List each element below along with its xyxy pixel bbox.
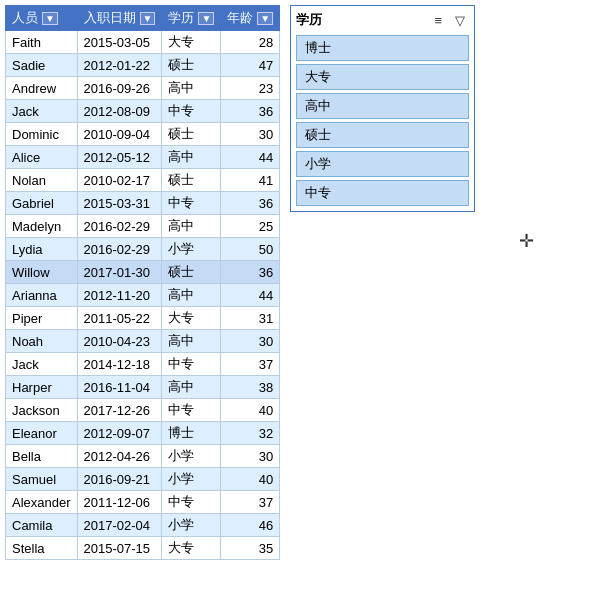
filter-item-硕士[interactable]: 硕士 (296, 122, 469, 148)
header-age: 年龄▼ (221, 6, 280, 31)
table-row[interactable]: Sadie2012-01-22硕士47 (6, 54, 280, 77)
cell-name: Gabriel (6, 192, 78, 215)
cell-edu: 高中 (162, 330, 221, 353)
cell-age: 37 (221, 491, 280, 514)
cell-name: Samuel (6, 468, 78, 491)
cell-edu: 中专 (162, 399, 221, 422)
cell-name: Lydia (6, 238, 78, 261)
dropdown-arrow-date[interactable]: ▼ (140, 12, 156, 25)
cell-date: 2011-05-22 (77, 307, 162, 330)
cell-name: Noah (6, 330, 78, 353)
table-row[interactable]: Willow2017-01-30硕士36 (6, 261, 280, 284)
table-row[interactable]: Dominic2010-09-04硕士30 (6, 123, 280, 146)
cell-age: 50 (221, 238, 280, 261)
sort-icon[interactable]: ≡ (429, 11, 447, 29)
cell-date: 2016-02-29 (77, 215, 162, 238)
cell-name: Harper (6, 376, 78, 399)
cell-date: 2015-03-31 (77, 192, 162, 215)
cell-date: 2012-01-22 (77, 54, 162, 77)
cell-date: 2015-07-15 (77, 537, 162, 560)
cell-name: Sadie (6, 54, 78, 77)
cell-date: 2016-02-29 (77, 238, 162, 261)
table-row[interactable]: Alexander2011-12-06中专37 (6, 491, 280, 514)
cell-age: 36 (221, 192, 280, 215)
cell-age: 41 (221, 169, 280, 192)
cell-date: 2016-09-26 (77, 77, 162, 100)
table-row[interactable]: Arianna2012-11-20高中44 (6, 284, 280, 307)
cell-name: Jackson (6, 399, 78, 422)
filter-header: 学历 ≡ ▽ (296, 11, 469, 29)
funnel-icon[interactable]: ▽ (451, 11, 469, 29)
table-row[interactable]: Alice2012-05-12高中44 (6, 146, 280, 169)
filter-item-小学[interactable]: 小学 (296, 151, 469, 177)
cell-edu: 小学 (162, 445, 221, 468)
cell-edu: 大专 (162, 307, 221, 330)
cell-date: 2016-11-04 (77, 376, 162, 399)
cell-date: 2010-04-23 (77, 330, 162, 353)
cell-date: 2010-02-17 (77, 169, 162, 192)
cell-age: 23 (221, 77, 280, 100)
cell-date: 2016-09-21 (77, 468, 162, 491)
data-table: 人员▼入职日期▼学历▼年龄▼ Faith2015-03-05大专28Sadie2… (5, 5, 280, 560)
header-edu: 学历▼ (162, 6, 221, 31)
table-row[interactable]: Piper2011-05-22大专31 (6, 307, 280, 330)
dropdown-arrow-name[interactable]: ▼ (42, 12, 58, 25)
filter-item-博士[interactable]: 博士 (296, 35, 469, 61)
dropdown-arrow-age[interactable]: ▼ (257, 12, 273, 25)
table-row[interactable]: Harper2016-11-04高中38 (6, 376, 280, 399)
table-row[interactable]: Andrew2016-09-26高中23 (6, 77, 280, 100)
table-row[interactable]: Jack2012-08-09中专36 (6, 100, 280, 123)
filter-item-高中[interactable]: 高中 (296, 93, 469, 119)
cell-edu: 硕士 (162, 261, 221, 284)
cell-name: Faith (6, 31, 78, 54)
table-row[interactable]: Jack2014-12-18中专37 (6, 353, 280, 376)
cell-date: 2012-11-20 (77, 284, 162, 307)
dropdown-arrow-edu[interactable]: ▼ (198, 12, 214, 25)
cell-age: 37 (221, 353, 280, 376)
table-row[interactable]: Camila2017-02-04小学46 (6, 514, 280, 537)
cell-edu: 小学 (162, 238, 221, 261)
cell-name: Andrew (6, 77, 78, 100)
filter-item-大专[interactable]: 大专 (296, 64, 469, 90)
filter-title: 学历 (296, 11, 322, 29)
table-row[interactable]: Gabriel2015-03-31中专36 (6, 192, 280, 215)
cell-age: 46 (221, 514, 280, 537)
cell-date: 2014-12-18 (77, 353, 162, 376)
cell-age: 35 (221, 537, 280, 560)
cell-edu: 硕士 (162, 123, 221, 146)
table-row[interactable]: Noah2010-04-23高中30 (6, 330, 280, 353)
main-table-container: 人员▼入职日期▼学历▼年龄▼ Faith2015-03-05大专28Sadie2… (5, 5, 280, 588)
cell-age: 28 (221, 31, 280, 54)
cell-name: Eleanor (6, 422, 78, 445)
cell-edu: 硕士 (162, 169, 221, 192)
cell-date: 2011-12-06 (77, 491, 162, 514)
cell-edu: 高中 (162, 146, 221, 169)
cell-edu: 小学 (162, 468, 221, 491)
cell-date: 2015-03-05 (77, 31, 162, 54)
table-row[interactable]: Jackson2017-12-26中专40 (6, 399, 280, 422)
table-header-row: 人员▼入职日期▼学历▼年龄▼ (6, 6, 280, 31)
cell-date: 2017-02-04 (77, 514, 162, 537)
cell-edu: 中专 (162, 491, 221, 514)
table-row[interactable]: Nolan2010-02-17硕士41 (6, 169, 280, 192)
table-row[interactable]: Faith2015-03-05大专28 (6, 31, 280, 54)
table-row[interactable]: Samuel2016-09-21小学40 (6, 468, 280, 491)
table-row[interactable]: Bella2012-04-26小学30 (6, 445, 280, 468)
cell-name: Arianna (6, 284, 78, 307)
cell-edu: 中专 (162, 192, 221, 215)
table-row[interactable]: Eleanor2012-09-07博士32 (6, 422, 280, 445)
filter-items-list: 博士大专高中硕士小学中专 (296, 35, 469, 206)
cell-age: 30 (221, 330, 280, 353)
cell-name: Alice (6, 146, 78, 169)
cell-name: Jack (6, 353, 78, 376)
cell-name: Stella (6, 537, 78, 560)
filter-item-中专[interactable]: 中专 (296, 180, 469, 206)
table-row[interactable]: Lydia2016-02-29小学50 (6, 238, 280, 261)
cell-age: 31 (221, 307, 280, 330)
table-row[interactable]: Madelyn2016-02-29高中25 (6, 215, 280, 238)
cell-name: Bella (6, 445, 78, 468)
cell-name: Alexander (6, 491, 78, 514)
cell-edu: 博士 (162, 422, 221, 445)
table-row[interactable]: Stella2015-07-15大专35 (6, 537, 280, 560)
cell-name: Dominic (6, 123, 78, 146)
